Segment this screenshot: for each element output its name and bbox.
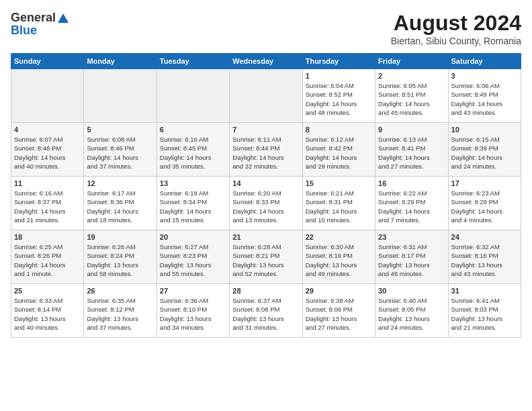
calendar-cell: 13Sunrise: 6:18 AM Sunset: 8:34 PM Dayli… (157, 177, 229, 230)
cell-info: Sunrise: 6:28 AM Sunset: 8:21 PM Dayligh… (232, 242, 299, 278)
cell-info: Sunrise: 6:25 AM Sunset: 8:26 PM Dayligh… (14, 242, 81, 278)
cell-info: Sunrise: 6:20 AM Sunset: 8:33 PM Dayligh… (232, 189, 299, 224)
day-number: 27 (160, 287, 226, 295)
cell-info: Sunrise: 6:38 AM Sunset: 8:06 PM Dayligh… (306, 296, 372, 332)
cell-info: Sunrise: 6:13 AM Sunset: 8:41 PM Dayligh… (378, 135, 445, 171)
calendar-cell: 27Sunrise: 6:36 AM Sunset: 8:10 PM Dayli… (157, 284, 229, 338)
day-number: 31 (451, 287, 518, 295)
day-number: 22 (306, 233, 372, 241)
calendar-cell: 20Sunrise: 6:27 AM Sunset: 8:23 PM Dayli… (157, 230, 229, 284)
svg-marker-0 (58, 13, 69, 23)
column-header-wednesday: Wednesday (230, 54, 302, 69)
day-number: 17 (451, 179, 518, 187)
cell-info: Sunrise: 6:22 AM Sunset: 8:29 PM Dayligh… (378, 189, 445, 224)
cell-info: Sunrise: 6:16 AM Sunset: 8:37 PM Dayligh… (14, 189, 81, 224)
cell-info: Sunrise: 6:27 AM Sunset: 8:23 PM Dayligh… (160, 242, 226, 278)
calendar-cell (230, 69, 302, 123)
day-number: 8 (306, 126, 372, 134)
calendar-cell: 21Sunrise: 6:28 AM Sunset: 8:21 PM Dayli… (230, 230, 302, 284)
month-year-title: August 2024 (391, 11, 521, 36)
title-area: August 2024 Biertan, Sibiu County, Roman… (391, 11, 521, 46)
day-number: 16 (378, 179, 445, 187)
day-number: 24 (451, 233, 518, 241)
day-number: 14 (232, 179, 299, 187)
calendar-cell: 8Sunrise: 6:12 AM Sunset: 8:42 PM Daylig… (302, 123, 375, 177)
calendar-cell: 6Sunrise: 6:10 AM Sunset: 8:45 PM Daylig… (157, 123, 229, 177)
day-number: 15 (306, 179, 372, 187)
cell-info: Sunrise: 6:21 AM Sunset: 8:31 PM Dayligh… (306, 189, 372, 224)
calendar-cell: 19Sunrise: 6:26 AM Sunset: 8:24 PM Dayli… (84, 230, 157, 284)
day-number: 12 (87, 179, 153, 187)
cell-info: Sunrise: 6:04 AM Sunset: 8:52 PM Dayligh… (306, 81, 372, 117)
cell-info: Sunrise: 6:06 AM Sunset: 8:49 PM Dayligh… (451, 81, 518, 117)
calendar-cell: 24Sunrise: 6:32 AM Sunset: 8:16 PM Dayli… (448, 230, 521, 284)
day-number: 30 (378, 287, 445, 295)
day-number: 18 (14, 233, 81, 241)
calendar-cell: 18Sunrise: 6:25 AM Sunset: 8:26 PM Dayli… (11, 230, 84, 284)
day-number: 6 (160, 126, 226, 134)
cell-info: Sunrise: 6:40 AM Sunset: 8:05 PM Dayligh… (378, 296, 445, 332)
cell-info: Sunrise: 6:17 AM Sunset: 8:36 PM Dayligh… (87, 189, 153, 224)
day-number: 21 (232, 233, 299, 241)
calendar-cell: 1Sunrise: 6:04 AM Sunset: 8:52 PM Daylig… (302, 69, 375, 123)
calendar-week-3: 11Sunrise: 6:16 AM Sunset: 8:37 PM Dayli… (11, 177, 521, 230)
day-number: 5 (87, 126, 153, 134)
day-number: 3 (451, 72, 518, 80)
location-subtitle: Biertan, Sibiu County, Romania (391, 36, 521, 46)
cell-info: Sunrise: 6:30 AM Sunset: 8:19 PM Dayligh… (306, 242, 372, 278)
day-number: 10 (451, 126, 518, 134)
header: General Blue August 2024 Biertan, Sibiu … (11, 11, 521, 46)
column-header-thursday: Thursday (302, 54, 375, 69)
day-number: 11 (14, 179, 81, 187)
cell-info: Sunrise: 6:36 AM Sunset: 8:10 PM Dayligh… (160, 296, 226, 332)
calendar-cell: 30Sunrise: 6:40 AM Sunset: 8:05 PM Dayli… (375, 284, 448, 338)
cell-info: Sunrise: 6:11 AM Sunset: 8:44 PM Dayligh… (232, 135, 299, 171)
cell-info: Sunrise: 6:08 AM Sunset: 8:46 PM Dayligh… (87, 135, 153, 171)
cell-info: Sunrise: 6:12 AM Sunset: 8:42 PM Dayligh… (306, 135, 372, 171)
day-number: 13 (160, 179, 226, 187)
calendar-week-2: 4Sunrise: 6:07 AM Sunset: 8:48 PM Daylig… (11, 123, 521, 177)
calendar-cell: 29Sunrise: 6:38 AM Sunset: 8:06 PM Dayli… (302, 284, 375, 338)
calendar-cell: 10Sunrise: 6:15 AM Sunset: 8:39 PM Dayli… (448, 123, 521, 177)
cell-info: Sunrise: 6:31 AM Sunset: 8:17 PM Dayligh… (378, 242, 445, 278)
calendar-cell: 17Sunrise: 6:23 AM Sunset: 8:28 PM Dayli… (448, 177, 521, 230)
calendar-cell (84, 69, 157, 123)
logo-blue: Blue (11, 24, 37, 38)
day-number: 7 (232, 126, 299, 134)
calendar-header-row: SundayMondayTuesdayWednesdayThursdayFrid… (11, 54, 521, 69)
calendar-cell (11, 69, 84, 123)
calendar-cell: 2Sunrise: 6:05 AM Sunset: 8:51 PM Daylig… (375, 69, 448, 123)
day-number: 25 (14, 287, 81, 295)
day-number: 4 (14, 126, 81, 134)
calendar-cell: 9Sunrise: 6:13 AM Sunset: 8:41 PM Daylig… (375, 123, 448, 177)
calendar-cell: 7Sunrise: 6:11 AM Sunset: 8:44 PM Daylig… (230, 123, 302, 177)
cell-info: Sunrise: 6:05 AM Sunset: 8:51 PM Dayligh… (378, 81, 445, 117)
calendar-cell: 5Sunrise: 6:08 AM Sunset: 8:46 PM Daylig… (84, 123, 157, 177)
day-number: 9 (378, 126, 445, 134)
cell-info: Sunrise: 6:07 AM Sunset: 8:48 PM Dayligh… (14, 135, 81, 171)
calendar-cell: 28Sunrise: 6:37 AM Sunset: 8:08 PM Dayli… (230, 284, 302, 338)
column-header-monday: Monday (84, 54, 157, 69)
calendar-cell: 31Sunrise: 6:41 AM Sunset: 8:03 PM Dayli… (448, 284, 521, 338)
cell-info: Sunrise: 6:35 AM Sunset: 8:12 PM Dayligh… (87, 296, 153, 332)
day-number: 26 (87, 287, 153, 295)
day-number: 19 (87, 233, 153, 241)
calendar-cell: 12Sunrise: 6:17 AM Sunset: 8:36 PM Dayli… (84, 177, 157, 230)
column-header-sunday: Sunday (11, 54, 84, 69)
calendar-week-5: 25Sunrise: 6:33 AM Sunset: 8:14 PM Dayli… (11, 284, 521, 338)
column-header-tuesday: Tuesday (157, 54, 229, 69)
calendar-cell (157, 69, 229, 123)
cell-info: Sunrise: 6:37 AM Sunset: 8:08 PM Dayligh… (232, 296, 299, 332)
cell-info: Sunrise: 6:26 AM Sunset: 8:24 PM Dayligh… (87, 242, 153, 278)
calendar-cell: 16Sunrise: 6:22 AM Sunset: 8:29 PM Dayli… (375, 177, 448, 230)
day-number: 20 (160, 233, 226, 241)
calendar-cell: 4Sunrise: 6:07 AM Sunset: 8:48 PM Daylig… (11, 123, 84, 177)
day-number: 29 (306, 287, 372, 295)
cell-info: Sunrise: 6:18 AM Sunset: 8:34 PM Dayligh… (160, 189, 226, 224)
cell-info: Sunrise: 6:23 AM Sunset: 8:28 PM Dayligh… (451, 189, 518, 224)
calendar-cell: 3Sunrise: 6:06 AM Sunset: 8:49 PM Daylig… (448, 69, 521, 123)
day-number: 28 (232, 287, 299, 295)
calendar-week-4: 18Sunrise: 6:25 AM Sunset: 8:26 PM Dayli… (11, 230, 521, 284)
cell-info: Sunrise: 6:32 AM Sunset: 8:16 PM Dayligh… (451, 242, 518, 278)
calendar-cell: 23Sunrise: 6:31 AM Sunset: 8:17 PM Dayli… (375, 230, 448, 284)
